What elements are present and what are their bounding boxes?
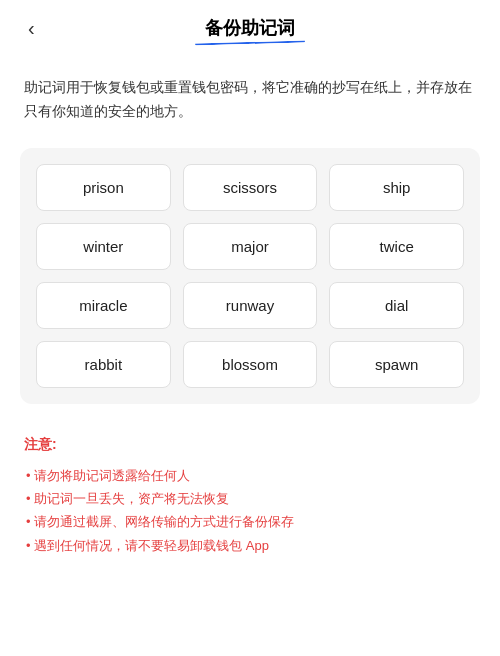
mnemonic-word-7[interactable]: miracle: [36, 282, 171, 329]
mnemonic-word-6[interactable]: twice: [329, 223, 464, 270]
notice-section: 注意: 请勿将助记词透露给任何人助记词一旦丢失，资产将无法恢复请勿通过截屏、网络…: [0, 424, 500, 578]
notice-items: 请勿将助记词透露给任何人助记词一旦丢失，资产将无法恢复请勿通过截屏、网络传输的方…: [24, 464, 476, 558]
notice-item-3: 请勿通过截屏、网络传输的方式进行备份保存: [24, 510, 476, 533]
mnemonic-word-4[interactable]: winter: [36, 223, 171, 270]
mnemonic-container: prisonscissorsshipwintermajortwicemiracl…: [20, 148, 480, 404]
notice-item-4: 遇到任何情况，请不要轻易卸载钱包 App: [24, 534, 476, 557]
mnemonic-word-11[interactable]: blossom: [183, 341, 318, 388]
mnemonic-word-3[interactable]: ship: [329, 164, 464, 211]
back-button[interactable]: ‹: [20, 13, 43, 44]
mnemonic-word-8[interactable]: runway: [183, 282, 318, 329]
mnemonic-word-9[interactable]: dial: [329, 282, 464, 329]
header: ‹ 备份助记词: [0, 0, 500, 56]
description-text: 助记词用于恢复钱包或重置钱包密码，将它准确的抄写在纸上，并存放在只有你知道的安全…: [0, 56, 500, 140]
mnemonic-word-1[interactable]: prison: [36, 164, 171, 211]
mnemonic-word-5[interactable]: major: [183, 223, 318, 270]
mnemonic-word-10[interactable]: rabbit: [36, 341, 171, 388]
page-title: 备份助记词: [205, 16, 295, 40]
mnemonic-word-2[interactable]: scissors: [183, 164, 318, 211]
notice-title: 注意:: [24, 436, 476, 454]
notice-item-1: 请勿将助记词透露给任何人: [24, 464, 476, 487]
mnemonic-grid: prisonscissorsshipwintermajortwicemiracl…: [36, 164, 464, 388]
mnemonic-word-12[interactable]: spawn: [329, 341, 464, 388]
title-underline: [195, 40, 305, 46]
notice-item-2: 助记词一旦丢失，资产将无法恢复: [24, 487, 476, 510]
